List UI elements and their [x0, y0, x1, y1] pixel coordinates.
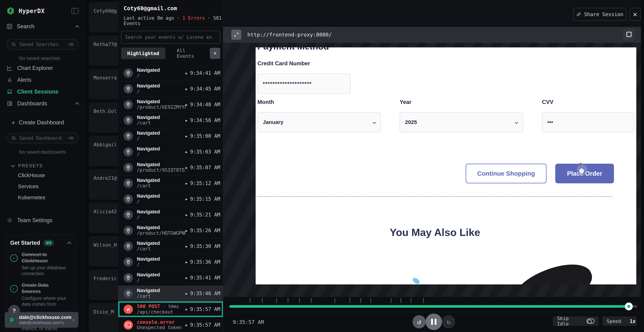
get-started-item-subtitle: Configure where your data comes from — [22, 295, 71, 307]
event-row[interactable]: Navigated/▶9:34:45 AM — [118, 81, 223, 97]
check-icon: ✓ — [10, 285, 18, 292]
cc-input[interactable]: ******************** — [258, 74, 350, 94]
sidebar-item-search[interactable]: Search — [0, 15, 85, 34]
no-saved-dashboards-text: No saved dashboards — [0, 143, 85, 156]
session-list-item[interactable]: Andre21@ — [89, 169, 118, 200]
location-pin-icon — [124, 273, 133, 282]
event-row[interactable]: Navigated/cart▶9:34:56 AM — [118, 112, 223, 128]
event-row[interactable]: Navigated/product/HQTGWGPNH4▶9:35:26 AM — [118, 223, 223, 238]
tab-highlighted[interactable]: Highlighted — [121, 48, 165, 59]
session-list-item[interactable]: Beth.Gol — [89, 102, 118, 133]
sidebar-item-dashboards[interactable]: Dashboards — [0, 98, 85, 110]
session-email: Abbigail — [94, 142, 117, 148]
event-row[interactable]: Navigated/product/9SIQT8TOJO▶9:35:07 AM — [118, 160, 223, 176]
session-list-item[interactable]: Wilson_H — [89, 236, 118, 266]
event-row[interactable]: Navigated/▶9:35:36 AM — [118, 254, 223, 270]
event-tick — [288, 298, 288, 303]
speed-control[interactable]: Speed 1x — [602, 316, 637, 326]
play-icon: ▶ — [186, 307, 188, 311]
session-list-item[interactable]: Retha77@ — [89, 36, 118, 66]
event-row[interactable]: Navigated/▶9:35:00 AM — [118, 128, 223, 144]
timeline-scrubber-handle[interactable] — [625, 302, 633, 310]
sidebar-collapse-icon[interactable] — [72, 8, 78, 14]
event-row[interactable]: >_console.errorUnexpected token 'I'…▶9:3… — [118, 317, 223, 332]
event-row[interactable]: Navigated/cart▶9:35:30 AM — [118, 238, 223, 254]
current-time: 9:35:57 AM — [233, 312, 264, 332]
month-label: Month — [258, 99, 274, 105]
event-row[interactable]: Navigated/▶9:35:15 AM — [118, 191, 223, 207]
session-list-item[interactable]: Monserra — [89, 69, 118, 99]
preset-item-services[interactable]: Services — [0, 181, 85, 192]
chevron-up-icon[interactable] — [75, 25, 79, 29]
saved-searches-input[interactable]: ⌘K — [6, 39, 78, 50]
saved-dashboards-input[interactable]: ⌘K — [6, 133, 78, 143]
month-select[interactable]: January — [258, 112, 381, 132]
expand-icon[interactable] — [231, 30, 241, 40]
year-select[interactable]: 2025 — [400, 112, 523, 132]
event-path: /product/HQTGWGPNH4 — [137, 230, 186, 236]
event-row[interactable]: ⇄500 POST · 59ms/api/checkout▶9:35:57 AM — [118, 302, 223, 317]
brand-title: HyperDX — [18, 8, 45, 14]
help-button[interactable]: ? — [8, 305, 20, 316]
rewind-button[interactable]: ↺ — [412, 315, 426, 328]
event-time: ▶9:35:07 AM — [186, 164, 220, 170]
session-list-item[interactable]: Dixie_M — [89, 303, 118, 332]
get-started-item[interactable]: ✓Create Data SourcesConfigure where your… — [10, 282, 71, 307]
chevron-down-icon — [515, 120, 518, 124]
event-title: Navigated — [137, 68, 160, 73]
event-row[interactable]: Navigated/▶9:35:41 AM — [118, 270, 223, 286]
chevron-up-icon — [75, 102, 79, 106]
sidebar-item-client-sessions[interactable]: Client Sessions — [0, 86, 85, 98]
presets-toggle[interactable]: PRESETS — [0, 156, 85, 170]
tab-all-events[interactable]: All Events — [171, 48, 210, 59]
pause-button[interactable] — [426, 314, 442, 330]
event-time: ▶9:35:12 AM — [186, 180, 220, 186]
session-list-item[interactable]: Abbigail — [89, 136, 118, 166]
preset-item-kubernetes[interactable]: Kubernetes — [0, 192, 85, 203]
bell-icon — [6, 77, 13, 83]
event-tick — [423, 298, 424, 303]
session-list-item[interactable]: Alicia42 — [89, 203, 118, 233]
preset-item-clickhouse[interactable]: ClickHouse — [0, 170, 85, 181]
session-list-item[interactable]: Frederic — [89, 270, 118, 300]
replay-viewport: Payment Method Credit Card Number ******… — [223, 42, 641, 297]
timeline-track[interactable] — [229, 305, 637, 308]
saved-dashboards-field[interactable] — [19, 136, 62, 141]
saved-searches-field[interactable] — [19, 42, 62, 47]
continue-shopping-button[interactable]: Continue Shopping — [466, 164, 546, 183]
skip-idle-toggle[interactable]: Skip Idle — [553, 316, 599, 326]
event-title: Navigated — [137, 130, 160, 136]
magnifier-icon — [11, 136, 16, 141]
forward-button[interactable]: ↻ — [442, 315, 455, 328]
replay-url: http://frontend-proxy:8080/ — [248, 27, 332, 42]
event-row[interactable]: Navigated/▶9:34:41 AM — [118, 65, 223, 81]
event-tick — [360, 298, 361, 303]
event-path: /cart — [137, 293, 160, 299]
chevron-up-icon[interactable] — [67, 242, 72, 246]
sidebar-item-chart-explorer[interactable]: Chart Explorer — [0, 62, 85, 74]
replay-timeline — [223, 297, 641, 312]
copy-url-button[interactable] — [623, 29, 634, 40]
sidebar-item-alerts[interactable]: Alerts — [0, 74, 85, 86]
sidebar-item-team-settings[interactable]: Team Settings — [0, 214, 85, 226]
session-email: Beth.Gol — [94, 108, 117, 114]
event-search-input[interactable] — [122, 34, 220, 40]
play-icon: ▶ — [186, 213, 188, 217]
event-row[interactable]: Navigated/▶9:35:03 AM — [118, 144, 223, 160]
event-row[interactable]: Navigated/▶9:35:21 AM — [118, 207, 223, 223]
get-started-item-subtitle: Set up your database connection — [22, 265, 71, 277]
create-dashboard-button[interactable]: + Create Dashboard — [0, 112, 85, 128]
session-list-item[interactable]: Coty60@g — [89, 2, 118, 32]
get-started-item[interactable]: ✓Connect to ClickHouseSet up your databa… — [10, 252, 71, 277]
event-row[interactable]: Navigated/cart▶9:35:12 AM — [118, 176, 223, 191]
event-tick — [350, 298, 350, 303]
share-session-button[interactable]: Share Session — [573, 8, 626, 21]
collapse-events-icon[interactable]: ⌄⌃ — [210, 48, 220, 59]
logo-row: HyperDX — [0, 0, 85, 15]
event-time: ▶9:34:56 AM — [186, 117, 220, 123]
close-button[interactable]: × — [630, 8, 640, 21]
event-row[interactable]: Navigated/product/6E92ZMYYFZ▶9:34:48 AM — [118, 97, 223, 112]
event-row[interactable]: Navigated/cart▶9:35:46 AM — [118, 286, 223, 302]
session-replay: Share Session × http://frontend-proxy:80… — [223, 0, 641, 332]
cvv-input[interactable]: ••• — [542, 112, 634, 132]
